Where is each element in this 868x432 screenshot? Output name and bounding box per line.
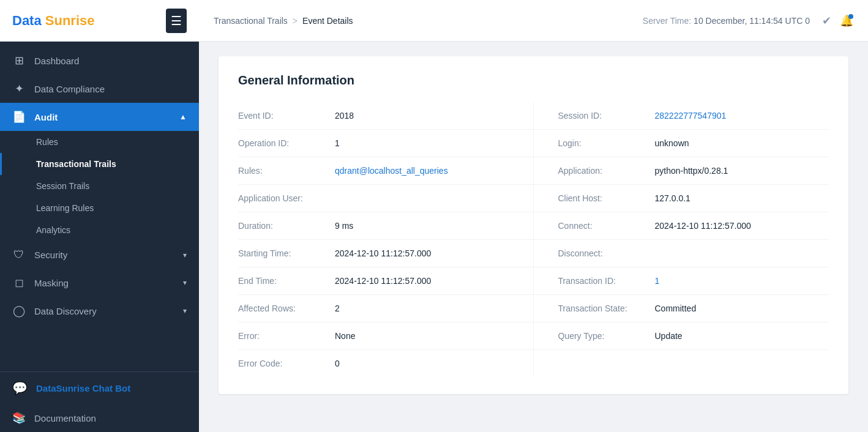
sidebar-item-rules[interactable]: Rules (0, 131, 199, 153)
field-label: Rules: (238, 166, 330, 176)
field-value[interactable]: 282222777547901 (655, 111, 727, 121)
sidebar-item-audit[interactable]: 📄 Audit ▲ (0, 103, 199, 131)
info-cell-left: Event ID:2018 (238, 102, 534, 129)
info-cell-right: Connect:2024-12-10 11:12:57.000 (534, 212, 829, 239)
hamburger-icon: ☰ (171, 14, 182, 28)
field-value[interactable]: qdrant@localhost_all_queries (335, 166, 448, 176)
sidebar-sub-label: Rules (36, 137, 58, 147)
chevron-down-icon: ▾ (183, 307, 187, 315)
audit-icon: 📄 (12, 110, 26, 124)
sidebar-item-analytics[interactable]: Analytics (0, 219, 199, 241)
checkmark-button[interactable]: ✔ (822, 14, 831, 28)
sidebar-item-label: Audit (34, 112, 171, 122)
masking-icon: ◻ (12, 276, 26, 289)
sidebar-item-label: Dashboard (34, 56, 187, 66)
checkmark-icon: ✔ (822, 15, 831, 27)
field-value: 1 (335, 138, 340, 148)
info-cell-right: Session ID:282222777547901 (534, 102, 829, 129)
field-label: Error: (238, 331, 330, 341)
field-value: 2024-12-10 11:12:57.000 (335, 276, 431, 286)
sidebar-item-label: Masking (34, 278, 174, 288)
chevron-down-icon: ▾ (183, 251, 187, 259)
sidebar-item-documentation[interactable]: 📚 Documentation (0, 404, 199, 432)
chevron-up-icon: ▲ (179, 113, 187, 121)
data-compliance-icon: ✦ (12, 82, 26, 95)
field-value: 9 ms (335, 221, 353, 231)
info-cell-left: End Time:2024-12-10 11:12:57.000 (238, 267, 534, 294)
info-cell-right: Transaction State:Committed (534, 295, 829, 322)
info-cell-right: Query Type:Update (534, 322, 829, 349)
sidebar-sub-label: Session Trails (36, 181, 89, 191)
sidebar-item-label: Documentation (34, 413, 187, 423)
field-label: Disconnect: (558, 248, 650, 258)
audit-sub-nav: Rules Transactional Trails Session Trail… (0, 131, 199, 241)
info-cell-right: Disconnect: (534, 240, 829, 267)
general-information-card: General Information Event ID:2018Session… (219, 56, 848, 394)
sidebar-item-data-compliance[interactable]: ✦ Data Compliance (0, 75, 199, 103)
sidebar-item-session-trails[interactable]: Session Trails (0, 175, 199, 197)
server-time-value: 10 December, 11:14:54 UTC 0 (694, 16, 810, 26)
table-row: Starting Time:2024-12-10 11:12:57.000Dis… (238, 240, 829, 267)
table-row: Error:NoneQuery Type:Update (238, 322, 829, 350)
sidebar-bottom: 💬 DataSunrise Chat Bot 📚 Documentation (0, 371, 199, 432)
chatbot-icon: 💬 (12, 381, 28, 395)
topbar-right: Server Time: 10 December, 11:14:54 UTC 0… (643, 14, 853, 28)
info-cell-left: Error Code:0 (238, 350, 534, 377)
field-label: Client Host: (558, 193, 650, 203)
sidebar-item-learning-rules[interactable]: Learning Rules (0, 197, 199, 219)
sidebar-item-data-discovery[interactable]: ◯ Data Discovery ▾ (0, 297, 199, 325)
field-label: Affected Rows: (238, 304, 330, 313)
field-label: Starting Time: (238, 248, 330, 258)
info-table: Event ID:2018Session ID:282222777547901O… (238, 102, 829, 377)
field-label: Application: (558, 166, 650, 176)
info-cell-right (534, 350, 829, 377)
field-label: Transaction ID: (558, 276, 650, 286)
field-label: Duration: (238, 221, 330, 231)
field-value: Update (655, 331, 683, 341)
chatbot-label: DataSunrise Chat Bot (36, 383, 130, 393)
logo-data: Data (12, 13, 42, 28)
field-label: End Time: (238, 276, 330, 286)
chevron-down-icon: ▾ (183, 278, 187, 287)
field-value: 2024-12-10 11:12:57.000 (655, 221, 751, 231)
dashboard-icon: ⊞ (12, 54, 26, 67)
breadcrumb-current: Event Details (302, 16, 353, 26)
topbar: Transactional Trails > Event Details Ser… (199, 0, 868, 42)
field-value: 127.0.0.1 (655, 193, 690, 203)
data-discovery-icon: ◯ (12, 304, 26, 318)
nav-section-main: ⊞ Dashboard ✦ Data Compliance 📄 Audit ▲ … (0, 42, 199, 330)
table-row: Operation ID:1Login:unknown (238, 130, 829, 157)
field-value: Committed (655, 304, 697, 313)
hamburger-button[interactable]: ☰ (166, 9, 187, 33)
field-label: Connect: (558, 221, 650, 231)
sidebar-item-security[interactable]: 🛡 Security ▾ (0, 241, 199, 269)
sidebar-item-transactional-trails[interactable]: Transactional Trails (0, 153, 199, 175)
logo: Data Sunrise (12, 13, 95, 29)
field-label: Transaction State: (558, 304, 650, 313)
breadcrumb-parent[interactable]: Transactional Trails (214, 16, 288, 26)
field-value: 2018 (335, 111, 354, 121)
table-row: Duration:9 msConnect:2024-12-10 11:12:57… (238, 212, 829, 240)
chatbot-item[interactable]: 💬 DataSunrise Chat Bot (0, 372, 199, 404)
sidebar-item-dashboard[interactable]: ⊞ Dashboard (0, 47, 199, 75)
breadcrumb-separator: > (293, 16, 297, 26)
documentation-icon: 📚 (12, 411, 26, 425)
table-row: Rules:qdrant@localhost_all_queriesApplic… (238, 157, 829, 185)
security-icon: 🛡 (12, 248, 26, 261)
notification-dot (848, 14, 853, 19)
field-value: 2024-12-10 11:12:57.000 (335, 248, 431, 258)
table-row: Application User:Client Host:127.0.0.1 (238, 185, 829, 212)
field-label: Error Code: (238, 359, 330, 368)
field-value[interactable]: 1 (655, 276, 660, 286)
server-time: Server Time: 10 December, 11:14:54 UTC 0 (643, 16, 810, 26)
table-row: End Time:2024-12-10 11:12:57.000Transact… (238, 267, 829, 295)
field-value: 0 (335, 359, 340, 368)
notification-button[interactable]: 🔔 (840, 14, 853, 28)
info-cell-left: Duration:9 ms (238, 212, 534, 239)
breadcrumb: Transactional Trails > Event Details (214, 16, 353, 26)
sidebar-item-label: Data Discovery (34, 306, 174, 316)
logo-area: Data Sunrise ☰ (0, 0, 199, 42)
info-cell-right: Application:python-httpx/0.28.1 (534, 157, 829, 184)
server-time-label: Server Time: (643, 16, 691, 26)
sidebar-item-masking[interactable]: ◻ Masking ▾ (0, 269, 199, 297)
